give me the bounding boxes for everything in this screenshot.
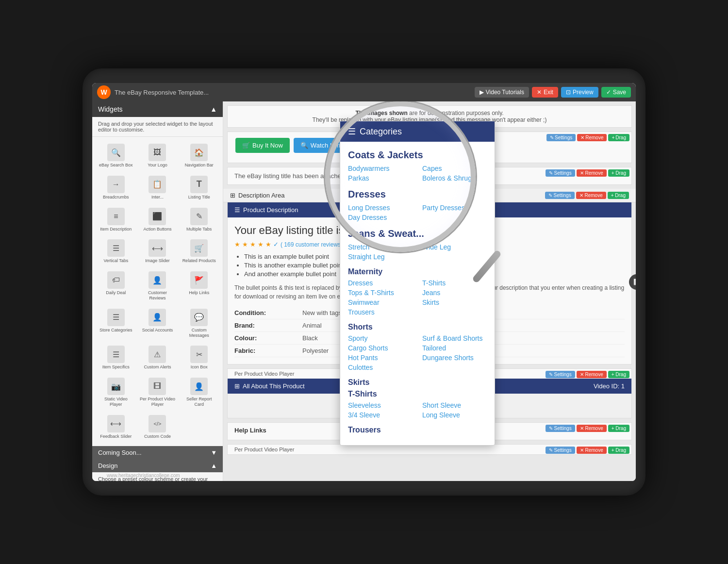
cat-parkas[interactable]: Parkas — [348, 174, 413, 182]
cat-capes[interactable]: Capes — [422, 165, 487, 172]
desc-area-drag-btn[interactable]: + Drag — [608, 192, 629, 199]
design-section-header[interactable]: Design ▲ — [92, 459, 223, 472]
widget-vertical-tabs[interactable]: ☰ Vertical Tabs — [96, 236, 136, 266]
widget-label: Seller Report Card — [181, 397, 217, 407]
video-drag-btn[interactable]: + Drag — [608, 371, 629, 378]
cat-straight-leg[interactable]: Straight Leg — [348, 253, 413, 261]
cat-boleros[interactable]: Boleros & Shrug... — [422, 174, 487, 182]
chevron-down-icon: ▼ — [211, 449, 217, 456]
widget-item-desc[interactable]: ≡ Item Description — [96, 205, 136, 235]
widget-logo[interactable]: 🖼 Your Logo — [138, 141, 178, 171]
cat-wide-leg[interactable]: Wide Leg — [422, 243, 487, 251]
checkmark-icon: ✓ — [273, 241, 279, 248]
chevron-up-icon[interactable]: ▲ — [210, 105, 217, 113]
shorts-title: Shorts — [348, 323, 487, 332]
video-tutorials-button[interactable]: ▶ Video Tutorials — [475, 87, 529, 98]
coats-links: Bodywarmers Capes Parkas Boleros & Shrug… — [348, 165, 487, 182]
widget-custom-code[interactable]: </> Custom Code — [138, 412, 178, 442]
video2-remove-btn[interactable]: ✕ Remove — [577, 447, 607, 454]
icon-box-icon: ✂ — [190, 346, 208, 363]
widget-action-btn[interactable]: ⬛ Action Buttons — [138, 205, 178, 235]
video2-settings-btn[interactable]: ✎ Settings — [546, 447, 575, 454]
widget-image-slider[interactable]: ⟷ Image Slider — [138, 236, 178, 266]
widget-label: Help Links — [189, 290, 209, 296]
listing-remove-btn[interactable]: ✕ Remove — [577, 169, 607, 177]
cat-party-dresses[interactable]: Party Dresses — [422, 204, 487, 212]
desc-area-settings-btn[interactable]: ✎ Settings — [545, 192, 575, 199]
cat-mat-trousers[interactable]: Trousers — [348, 308, 413, 316]
save-button[interactable]: ✓ Save — [601, 87, 631, 98]
spec-condition-value: New with tags — [302, 309, 342, 316]
inter-icon: 📋 — [149, 176, 166, 193]
widget-feedback-slider[interactable]: ⟷ Feedback Slider — [96, 412, 136, 442]
cat-day-dresses[interactable]: Day Dresses — [348, 214, 413, 221]
cat-long-dresses[interactable]: Long Dresses — [348, 204, 413, 212]
widget-per-product-video[interactable]: 🎞 Per Product Video Player — [138, 375, 178, 410]
cat-mat-dresses[interactable]: Dresses — [348, 279, 413, 287]
cat-dungaree[interactable]: Dungaree Shorts — [422, 354, 487, 362]
video-settings-btn[interactable]: ✎ Settings — [546, 371, 575, 378]
cat-bodywarmers[interactable]: Bodywarmers — [348, 165, 413, 172]
widget-custom-msg[interactable]: 💬 Custom Messages — [179, 306, 219, 341]
cat-sporty[interactable]: Sporty — [348, 334, 413, 342]
widget-multi-tabs[interactable]: ✎ Multiple Tabs — [179, 205, 219, 235]
widget-alerts[interactable]: ⚠ Custom Alerts — [138, 343, 178, 373]
social-icon: 👤 — [149, 309, 166, 326]
cat-short-sleeve[interactable]: Short Sleeve — [422, 401, 487, 409]
widget-seller-report[interactable]: 👤 Seller Report Card — [179, 375, 219, 410]
widget-label: Related Products — [182, 258, 216, 264]
cat-surf-board[interactable]: Surf & Board Shorts — [422, 334, 487, 342]
preview-button[interactable]: ⊡ Preview — [561, 87, 598, 98]
widget-listing-title[interactable]: T Listing Title — [179, 173, 219, 203]
widget-item-spec[interactable]: ☰ Item Specifics — [96, 343, 136, 373]
shorts-section: Shorts Sporty Surf & Board Shorts Cargo … — [348, 323, 487, 371]
action-settings-btn[interactable]: ✎ Settings — [546, 134, 576, 141]
chevron-up-icon: ▲ — [211, 462, 217, 469]
widget-inter[interactable]: 📋 Inter... — [138, 173, 178, 203]
buy-now-button[interactable]: 🛒 Buy It Now — [235, 138, 290, 153]
listing-drag-btn[interactable]: + Drag — [608, 169, 629, 177]
cat-stretch[interactable]: Stretch — [348, 243, 413, 251]
video2-drag-btn[interactable]: + Drag — [608, 447, 629, 454]
cat-long-sleeve[interactable]: Long Sleeve — [422, 411, 487, 419]
widget-related[interactable]: 🛒 Related Products — [179, 236, 219, 266]
widget-icon-box[interactable]: ✂ Icon Box — [179, 343, 219, 373]
widget-label: Feedback Slider — [100, 434, 132, 439]
content-area: The images shown are for demonstration p… — [223, 101, 636, 481]
cat-mat-swimwear[interactable]: Swimwear — [348, 299, 413, 306]
widget-label: Image Slider — [145, 258, 170, 264]
cat-mat-tops[interactable]: Tops & T-Shirts — [348, 289, 413, 297]
action-remove-btn[interactable]: ✕ Remove — [577, 134, 607, 141]
widget-breadcrumbs[interactable]: → Breadcrumbs — [96, 173, 136, 203]
reviews-link[interactable]: ( 169 customer reviews ) — [281, 241, 344, 248]
sidebar-header: Widgets ▲ — [92, 101, 223, 117]
help-settings-btn[interactable]: ✎ Settings — [546, 425, 575, 432]
exit-button[interactable]: ✕ Exit — [532, 87, 558, 98]
cat-3-4-sleeve[interactable]: 3/4 Sleeve — [348, 411, 413, 419]
widget-social[interactable]: 👤 Social Accounts — [138, 306, 178, 341]
widget-label: Store Categories — [99, 328, 132, 333]
widget-ebay-search[interactable]: 🔍 eBay Search Box — [96, 141, 136, 171]
listing-settings-btn[interactable]: ✎ Settings — [546, 169, 575, 177]
widget-store-cat[interactable]: ☰ Store Categories — [96, 306, 136, 341]
action-drag-btn[interactable]: + Drag — [608, 134, 629, 141]
cat-mat-tshirts[interactable]: T-Shirts — [422, 279, 487, 287]
cat-hot-pants[interactable]: Hot Pants — [348, 354, 413, 362]
widget-reviews[interactable]: 👤 Customer Reviews — [138, 268, 178, 304]
help-remove-btn[interactable]: ✕ Remove — [577, 425, 607, 432]
coming-soon-bar[interactable]: Coming Soon... ▼ — [92, 446, 223, 459]
video-remove-btn[interactable]: ✕ Remove — [577, 371, 607, 378]
cat-mat-jeans[interactable]: Jeans — [422, 289, 487, 297]
cat-tailored[interactable]: Tailored — [422, 344, 487, 352]
widget-daily-deal[interactable]: 🏷 Daily Deal — [96, 268, 136, 304]
cat-sleeveless[interactable]: Sleeveless — [348, 401, 413, 409]
widget-static-video[interactable]: 📷 Static Video Player — [96, 375, 136, 410]
desc-area-remove-btn[interactable]: ✕ Remove — [576, 192, 606, 199]
cat-cargo[interactable]: Cargo Shorts — [348, 344, 413, 352]
help-drag-btn[interactable]: + Drag — [608, 425, 629, 432]
widget-nav[interactable]: 🏠 Navigation Bar — [179, 141, 219, 171]
widget-help-links[interactable]: 🚩 Help Links — [179, 268, 219, 304]
tablet-screen: W The eBay Responsive Template... ▶ Vide… — [92, 83, 636, 481]
cat-mat-skirts[interactable]: Skirts — [422, 299, 487, 306]
cat-culottes[interactable]: Culottes — [348, 364, 413, 371]
